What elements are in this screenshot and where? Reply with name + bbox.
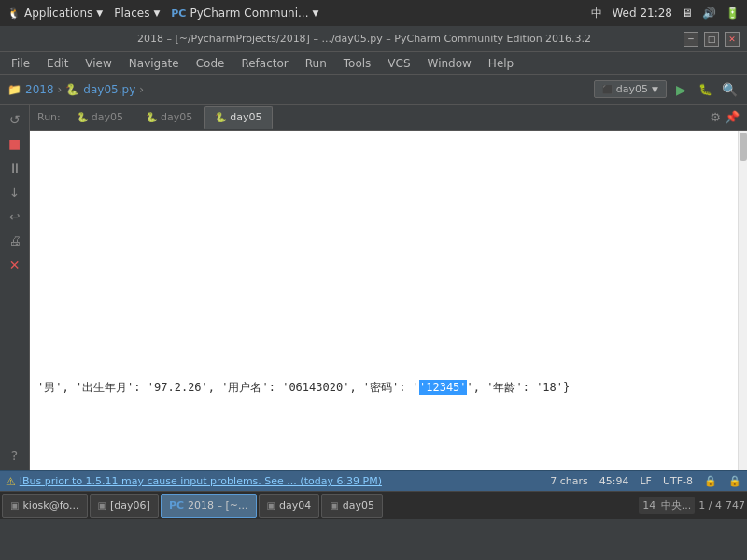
places-menu[interactable]: Places ▼ bbox=[114, 7, 160, 20]
battery-icon[interactable]: 🔋 bbox=[726, 7, 740, 20]
window-icon[interactable]: 🖥 bbox=[682, 7, 693, 20]
taskbar-item-kiosk-label: kiosk@fo... bbox=[22, 499, 78, 511]
run-tab-settings: ⚙ 📌 bbox=[710, 110, 743, 124]
rerun-icon[interactable]: ↺ bbox=[4, 108, 26, 131]
status-position[interactable]: 45:94 bbox=[599, 475, 629, 487]
applications-menu[interactable]: 🐧 Applications ▼ bbox=[7, 7, 103, 20]
settings-gear-icon[interactable]: ⚙ bbox=[710, 110, 721, 124]
run-tab-3[interactable]: 🐍 day05 bbox=[204, 106, 272, 129]
run-config-label: day05 bbox=[616, 83, 648, 95]
status-chars: 7 chars bbox=[550, 475, 588, 487]
window-controls: ─ □ ✕ bbox=[684, 32, 740, 47]
python-icon: 🐍 bbox=[65, 83, 79, 96]
taskbar-item-pycharm-label: 2018 – [~... bbox=[188, 499, 248, 511]
toolbar: 📁 2018 › 🐍 day05.py › ⬛ day05 ▼ ▶ 🐛 🔍 bbox=[0, 75, 747, 105]
taskbar: ▣ kiosk@fo... ▣ [day06] PC 2018 – [~... … bbox=[0, 491, 747, 519]
output-line: '男', '出生年月': '97.2.26', '用户名': '06143020… bbox=[37, 380, 730, 396]
taskbar-pycharm-icon: PC bbox=[169, 499, 184, 511]
run-tab-3-icon: 🐍 bbox=[215, 112, 226, 122]
toolbar-right: ⬛ day05 ▼ ▶ 🐛 🔍 bbox=[594, 79, 740, 100]
output-area[interactable]: '男', '出生年月': '97.2.26', '用户名': '06143020… bbox=[30, 131, 738, 470]
side-toolbar: ↺ ■ ⏸ ↓ ↩ 🖨 ✕ ? bbox=[0, 105, 30, 470]
breadcrumb-file[interactable]: day05.py bbox=[83, 83, 135, 96]
taskbar-item-day06[interactable]: ▣ [day06] bbox=[90, 494, 159, 518]
taskbar-item-day06-label: [day06] bbox=[110, 499, 150, 511]
minimize-button[interactable]: ─ bbox=[684, 32, 698, 47]
run-tab-1-icon: 🐍 bbox=[77, 112, 88, 122]
taskbar-item-day05[interactable]: ▣ day05 bbox=[321, 494, 383, 518]
ime-indicator[interactable]: 14_中央... bbox=[639, 497, 695, 514]
output-container: '男', '出生年月': '97.2.26', '用户名': '06143020… bbox=[30, 131, 747, 470]
breadcrumb-sep1: › bbox=[58, 83, 63, 96]
taskbar-item-kiosk[interactable]: ▣ kiosk@fo... bbox=[2, 494, 88, 518]
taskbar-item-day04-label: day04 bbox=[279, 499, 311, 511]
input-method-icon: 中 bbox=[591, 6, 602, 21]
system-bar-right: 中 Wed 21:28 🖥 🔊 🔋 bbox=[591, 6, 740, 21]
run-config-selector[interactable]: ⬛ day05 ▼ bbox=[594, 80, 667, 98]
status-items: 7 chars 45:94 LF UTF-8 🔒 🔒 bbox=[550, 475, 741, 487]
run-tab-3-label: day05 bbox=[230, 111, 261, 123]
menu-bar: File Edit View Navigate Code Refactor Ru… bbox=[0, 52, 747, 75]
run-tab-1-label: day05 bbox=[92, 111, 123, 123]
scroll-down-icon[interactable]: ↓ bbox=[4, 181, 26, 203]
page-info: 1 / 4 bbox=[698, 499, 722, 511]
stop-icon[interactable]: ■ bbox=[4, 133, 26, 155]
menu-navigate[interactable]: Navigate bbox=[121, 55, 187, 72]
menu-tools[interactable]: Tools bbox=[336, 55, 379, 72]
menu-run[interactable]: Run bbox=[298, 55, 334, 72]
print-icon[interactable]: 🖨 bbox=[4, 230, 26, 252]
folder-icon: 📁 bbox=[7, 83, 21, 96]
menu-vcs[interactable]: VCS bbox=[380, 55, 417, 72]
output-highlighted: '12345' bbox=[419, 380, 467, 395]
run-panel: ↺ ■ ⏸ ↓ ↩ 🖨 ✕ ? Run: 🐍 day05 🐍 day05 🐍 d… bbox=[0, 105, 747, 470]
run-label: Run: bbox=[34, 111, 64, 123]
title-bar: 2018 – [~/PycharmProjects/2018] – .../da… bbox=[0, 26, 747, 52]
ide-title-menu[interactable]: PC PyCharm Communi... ▼ bbox=[171, 7, 318, 20]
taskbar-terminal-icon-1: ▣ bbox=[10, 500, 19, 511]
menu-edit[interactable]: Edit bbox=[39, 55, 76, 72]
run-content: Run: 🐍 day05 🐍 day05 🐍 day05 ⚙ 📌 ' bbox=[30, 105, 747, 470]
menu-file[interactable]: File bbox=[4, 55, 37, 72]
extra-info: 747 bbox=[726, 499, 745, 511]
run-button[interactable]: ▶ bbox=[670, 79, 691, 100]
taskbar-item-day04[interactable]: ▣ day04 bbox=[259, 494, 320, 518]
page-indicator: 1 / 4 bbox=[698, 499, 722, 511]
menu-code[interactable]: Code bbox=[189, 55, 233, 72]
run-tab-2-icon: 🐍 bbox=[146, 112, 157, 122]
system-bar: 🐧 Applications ▼ Places ▼ PC PyCharm Com… bbox=[0, 0, 747, 26]
window-title: 2018 – [~/PycharmProjects/2018] – .../da… bbox=[45, 33, 684, 45]
pin-icon[interactable]: 📌 bbox=[725, 110, 740, 124]
close-button[interactable]: ✕ bbox=[725, 32, 740, 47]
run-tab-1[interactable]: 🐍 day05 bbox=[66, 106, 134, 129]
status-warning-text[interactable]: IBus prior to 1.5.11 may cause input pro… bbox=[20, 475, 546, 487]
run-tab-bar: Run: 🐍 day05 🐍 day05 🐍 day05 ⚙ 📌 bbox=[30, 105, 747, 131]
taskbar-right: 14_中央... 1 / 4 747 bbox=[639, 497, 745, 514]
taskbar-terminal-icon-3: ▣ bbox=[267, 500, 275, 511]
status-linesep[interactable]: LF bbox=[640, 475, 651, 487]
status-encoding[interactable]: UTF-8 bbox=[663, 475, 693, 487]
menu-refactor[interactable]: Refactor bbox=[233, 55, 295, 72]
lock-icon: 🔒 bbox=[704, 475, 717, 487]
volume-icon[interactable]: 🔊 bbox=[702, 7, 716, 20]
status-bar: ⚠ IBus prior to 1.5.11 may cause input p… bbox=[0, 470, 747, 491]
vertical-scrollbar[interactable] bbox=[738, 131, 747, 470]
wrap-icon[interactable]: ↩ bbox=[4, 205, 26, 228]
breadcrumb-folder[interactable]: 2018 bbox=[25, 83, 54, 96]
taskbar-item-day05-label: day05 bbox=[343, 499, 374, 511]
output-text-after: ', '年龄': '18'} bbox=[467, 381, 571, 394]
menu-help[interactable]: Help bbox=[481, 55, 521, 72]
search-everywhere-button[interactable]: 🔍 bbox=[719, 79, 740, 100]
debug-button[interactable]: 🐛 bbox=[695, 79, 715, 100]
taskbar-item-pycharm[interactable]: PC 2018 – [~... bbox=[161, 494, 257, 518]
output-text-before: '男', '出生年月': '97.2.26', '用户名': '06143020… bbox=[37, 381, 419, 394]
run-config-icon: ⬛ bbox=[602, 85, 613, 94]
maximize-button[interactable]: □ bbox=[704, 32, 719, 47]
git-icon: 🔒 bbox=[728, 475, 741, 487]
help-icon[interactable]: ? bbox=[4, 444, 26, 467]
menu-window[interactable]: Window bbox=[420, 55, 479, 72]
breadcrumb: 📁 2018 › 🐍 day05.py › bbox=[7, 83, 590, 96]
close-run-icon[interactable]: ✕ bbox=[4, 254, 26, 276]
run-tab-2[interactable]: 🐍 day05 bbox=[135, 106, 203, 129]
pause-icon[interactable]: ⏸ bbox=[4, 157, 26, 179]
menu-view[interactable]: View bbox=[78, 55, 119, 72]
